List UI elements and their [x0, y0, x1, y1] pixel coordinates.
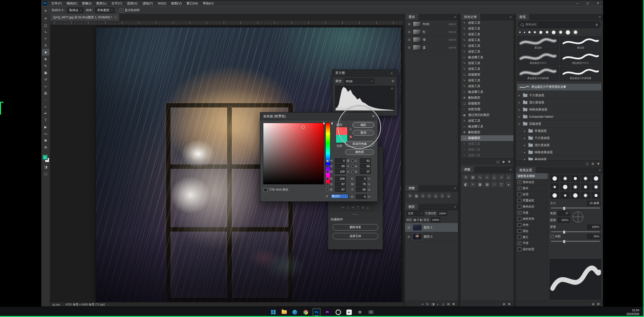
eyedropper-tool[interactable]: ➤	[42, 49, 49, 56]
menu-item[interactable]: 视图(V)	[168, 0, 184, 6]
layer-row[interactable]: ⊙ 图层 0	[405, 232, 458, 241]
gradient-tool[interactable]: ▥	[42, 90, 49, 96]
checkbox-icon[interactable]: ✓	[518, 211, 521, 215]
value-input[interactable]: 65	[360, 164, 371, 169]
spot-healing-tool[interactable]: ✚	[42, 56, 49, 62]
brush-folder[interactable]: ▸ 常规画笔	[516, 127, 603, 135]
levels-icon[interactable]: ▤	[414, 193, 419, 198]
gamut-warning-icon[interactable]: ⚠	[349, 127, 352, 131]
quick-mask-button[interactable]: ◨	[41, 165, 50, 169]
blur-tool[interactable]: ◌	[42, 96, 49, 103]
maximize-button[interactable]: ▢	[583, 0, 593, 6]
photo-filter-icon[interactable]: ◓	[470, 182, 476, 187]
object-selection-tool[interactable]: ⌖	[42, 35, 49, 42]
panel-menu-icon[interactable]: ≡	[508, 15, 514, 19]
checkbox-icon[interactable]: ✓	[518, 180, 521, 184]
capcut-button[interactable]	[334, 308, 343, 317]
new-brush-icon[interactable]: ⊞	[591, 162, 594, 165]
checkbox-icon[interactable]: ✓	[518, 247, 521, 251]
camera-app-button[interactable]	[366, 308, 375, 317]
align-bottom-icon[interactable]: ⊥	[366, 206, 369, 209]
delete-state-icon[interactable]: ✖	[508, 160, 510, 163]
new-brush-group-icon[interactable]: ❏	[586, 162, 588, 165]
foreground-color-swatch[interactable]	[43, 155, 47, 160]
black-white-icon[interactable]: ◧	[463, 182, 468, 187]
shape-tool[interactable]: ▭	[42, 130, 49, 137]
layer-visibility-icon[interactable]: ⊙	[407, 235, 411, 238]
checkbox-icon[interactable]: ✓	[518, 205, 521, 209]
screen-mode-button[interactable]: ▢	[41, 172, 50, 176]
ok-button[interactable]: 确定	[353, 122, 374, 128]
cancel-button[interactable]: 取消	[353, 130, 374, 136]
brush-option-row[interactable]: ✓ 传递	[516, 210, 548, 216]
levels-icon[interactable]: ▤	[470, 175, 476, 180]
value-input[interactable]: 100	[335, 169, 346, 174]
channel-row[interactable]: ⊙ 红 Ctrl+3	[405, 28, 458, 36]
show-sampling-ring-checkbox[interactable]: ✓ 显示取样环	[120, 8, 140, 13]
angle-value[interactable]: 0°	[558, 211, 570, 216]
value-input[interactable]: 79	[356, 182, 367, 186]
saturation-brightness-field[interactable]	[263, 123, 324, 184]
brush-tip-grid[interactable]	[550, 175, 601, 199]
minimize-button[interactable]: —	[572, 0, 583, 6]
hardness-slider[interactable]	[551, 231, 600, 232]
radio-button[interactable]	[326, 165, 329, 168]
radio-button[interactable]	[326, 159, 329, 162]
new-snapshot-icon[interactable]: ◉	[502, 160, 505, 163]
delete-brush-icon[interactable]: ✖	[597, 162, 600, 165]
radio-button[interactable]	[351, 165, 354, 168]
value-input[interactable]: 61	[360, 158, 371, 163]
expand-arrow-icon[interactable]: ▸	[524, 137, 527, 140]
brightness-contrast-icon[interactable]: ☀	[463, 175, 468, 180]
lock-icons[interactable]: ▦ ✛ ◧	[414, 218, 422, 221]
channel-row[interactable]: ⊙ 绿 Ctrl+4	[405, 36, 458, 44]
document-close-icon[interactable]: ×	[115, 16, 116, 19]
dodge-tool[interactable]: ◐	[42, 103, 49, 110]
curves-icon[interactable]: ∿	[420, 193, 425, 198]
expand-arrow-icon[interactable]: ▾	[519, 122, 521, 125]
hex-input[interactable]: ff5757	[331, 194, 348, 199]
radio-button[interactable]	[326, 170, 329, 173]
panel-menu-icon[interactable]: ≡	[597, 15, 603, 19]
exposure-icon[interactable]: ◐	[484, 175, 490, 180]
tab-channels[interactable]: 通道	[405, 14, 418, 20]
menu-item[interactable]: 滤镜(T)	[140, 0, 155, 6]
history-step[interactable]: ✎ 画笔工具	[461, 118, 514, 124]
sample-dropdown[interactable]: 所有图层 ˅	[95, 7, 115, 13]
layer-thumbnail[interactable]	[412, 233, 422, 240]
brush-option-row[interactable]: ✓ 散布	[516, 185, 548, 192]
expand-arrow-icon[interactable]: ▸	[519, 101, 521, 104]
link-layers-icon[interactable]: ∞	[421, 302, 423, 306]
roundness-value[interactable]: 100%	[558, 218, 570, 223]
history-step[interactable]: ✎ 画笔工具	[461, 66, 514, 72]
brush-folder[interactable]: ▾ 旧版画笔	[516, 120, 603, 127]
align-right-icon[interactable]: ⊣	[351, 206, 354, 209]
photoshop-taskbar-button[interactable]: Ps	[312, 308, 321, 317]
checkbox-icon[interactable]: ✓	[518, 193, 521, 196]
value-input[interactable]: 0	[335, 158, 346, 163]
layer-row[interactable]: ⊙ 图层 1	[405, 223, 458, 232]
brush-option-row[interactable]: ✓ 纹理	[516, 192, 548, 198]
value-input[interactable]: 66	[335, 164, 346, 169]
spacing-value[interactable]: 25%	[587, 234, 601, 239]
tab-brushes[interactable]: 画笔	[516, 14, 529, 20]
history-step[interactable]: ✎ 画笔工具	[461, 32, 514, 37]
brush-option-row[interactable]: ✓ 双重画笔	[516, 198, 548, 204]
layer-mask-icon[interactable]: ◨	[431, 302, 435, 306]
history-step[interactable]: ▱ 橡皮擦工具	[461, 124, 514, 130]
align-center-icon[interactable]: ∣	[347, 206, 349, 209]
status-menu-icon[interactable]: ›	[107, 303, 108, 306]
crop-tool[interactable]: #	[42, 42, 49, 49]
history-step[interactable]: ✖ 删除图层	[461, 95, 514, 101]
history-step[interactable]: ✎ 画笔工具	[461, 147, 514, 153]
brush-preset[interactable]: 柔边圆压力大小	[517, 52, 559, 66]
tab-layers[interactable]: 图层	[405, 204, 418, 210]
history-step[interactable]: ✎ 画笔工具	[461, 60, 514, 66]
move-tool[interactable]: ✛	[42, 15, 49, 22]
brush-option-row[interactable]: ✓ 形状动态	[516, 179, 548, 185]
close-button[interactable]: ✕	[593, 0, 603, 6]
history-step[interactable]: ◌ 色彩范围	[461, 106, 514, 112]
value-input[interactable]: 37	[360, 169, 371, 174]
brush-option-row[interactable]: ✓ 杂色	[516, 222, 548, 228]
posterize-icon[interactable]: ▽	[499, 182, 504, 187]
